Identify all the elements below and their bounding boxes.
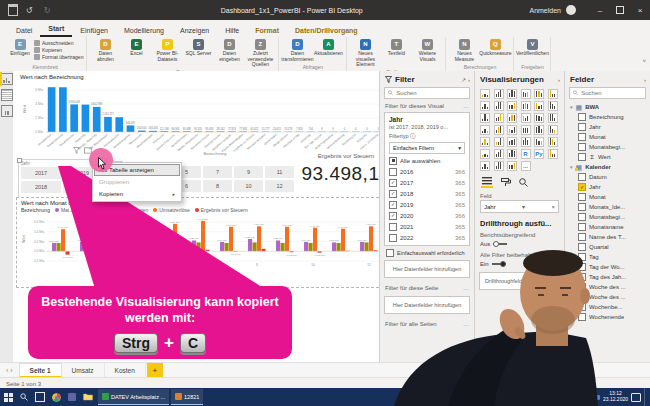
visual-type-[interactable]: ... (521, 161, 531, 171)
menu-tab-modellierung[interactable]: Modellierung (116, 24, 172, 37)
bar-umsatzerl-se-m4[interactable] (145, 226, 149, 251)
ribbon-button-zuletzt-verwendete-quellen[interactable]: ZZuletzt verwendete Quellen (245, 38, 275, 68)
year-filter-card[interactable]: Jahr ist 2017, 2018, 2019 o... Filtertyp… (384, 112, 470, 246)
menu-tab-format[interactable]: Format (247, 24, 287, 37)
visual-type-icon[interactable] (534, 89, 544, 99)
visual-type-icon[interactable] (494, 137, 504, 147)
ribbon-button-sql-server[interactable]: SSQL Server (183, 38, 213, 57)
visual-type-icon[interactable] (507, 113, 517, 123)
bar-umsatzerl-se-m5[interactable] (173, 224, 177, 251)
visual-type-icon[interactable] (494, 149, 504, 159)
checkbox[interactable] (389, 168, 397, 176)
month-button-12[interactable]: 12 (265, 180, 294, 192)
checkbox[interactable] (578, 173, 586, 181)
visual-type-icon[interactable] (521, 101, 531, 111)
visual-type-icon[interactable] (548, 125, 558, 135)
format-tab[interactable] (501, 178, 511, 187)
cross-report-toggle[interactable] (493, 243, 507, 245)
section-more-icon[interactable]: … (463, 285, 469, 291)
visual-type-icon[interactable] (507, 137, 517, 147)
visual-type-icon[interactable] (507, 161, 517, 171)
checkbox[interactable] (578, 283, 586, 291)
bar-mat-wareneinkauf-m1[interactable] (52, 243, 56, 251)
tray-icon[interactable] (571, 395, 576, 400)
checkbox[interactable] (578, 193, 586, 201)
bar-umsatzerl-se-m7[interactable] (229, 227, 233, 251)
filter-option-2016[interactable]: 2016366 (389, 167, 465, 176)
maximize-button[interactable] (610, 0, 630, 20)
field-kalender-jahr[interactable]: ✓Jahr (565, 182, 650, 192)
checkbox[interactable] (389, 223, 397, 231)
visual-type-icon[interactable] (548, 113, 558, 123)
ribbon-button-weitere-visuals[interactable]: WWeitere Visuals (412, 38, 442, 62)
bar-mat-wareneinkauf-m10[interactable] (304, 242, 308, 251)
filter-search-input[interactable] (396, 90, 466, 96)
visual-type-icon[interactable] (534, 137, 544, 147)
task-view-button[interactable] (32, 388, 48, 406)
checkbox[interactable] (578, 303, 586, 311)
bar-mat-wareneinkauf-m3[interactable] (108, 240, 112, 251)
checkbox[interactable]: ✓ (389, 190, 397, 198)
field-bwa-monatsbegi[interactable]: Monatsbegi... (565, 142, 650, 152)
checkbox[interactable] (578, 233, 586, 241)
sign-in-button[interactable]: Anmelden (529, 7, 561, 14)
month-button-7[interactable]: 7 (203, 166, 232, 178)
bar-mat-wareneinkauf-m9[interactable] (276, 240, 280, 251)
bar-personalkosten-m6[interactable] (197, 242, 201, 251)
bar-mat-wareneinkauf-m12[interactable] (360, 242, 364, 251)
field-bwa-bezeichnung[interactable]: Bezeichnung (565, 112, 650, 122)
field-kalender-tag-des-jah[interactable]: Tag des Jah... (565, 272, 650, 282)
checkbox[interactable] (578, 113, 586, 121)
ribbon-button-daten-abrufen[interactable]: DDaten abrufen (90, 38, 120, 62)
section-more-icon[interactable]: … (463, 321, 469, 327)
ribbon-button-neues-measure[interactable]: NNeues Measure (449, 38, 479, 62)
bar-personalkosten-m12[interactable] (365, 242, 369, 251)
menu-tab-datei[interactable]: Datei (8, 24, 40, 37)
bar-mat-wareneinkauf-m4[interactable] (136, 239, 140, 251)
filter-option-2021[interactable]: 2021365 (389, 222, 465, 231)
teams-app-icon[interactable] (64, 388, 80, 406)
viz-pane-collapse-icon[interactable]: › (558, 77, 560, 83)
chrome-icon[interactable] (48, 388, 64, 406)
account-avatar[interactable] (566, 5, 576, 15)
tray-icon[interactable] (579, 395, 584, 400)
menu-tab-anzeigen[interactable]: Anzeigen (172, 24, 217, 37)
visual-type-icon[interactable] (480, 137, 490, 147)
table-kalender[interactable]: ▾▦Kalender (565, 162, 650, 172)
fields-tab[interactable] (481, 177, 493, 188)
field-kalender-monatsname[interactable]: Monatsname (565, 222, 650, 232)
data-view-button[interactable] (0, 87, 13, 103)
model-view-button[interactable] (0, 103, 13, 119)
filter-option-2019[interactable]: ✓2019365 (389, 200, 465, 209)
visual-type-icon[interactable] (521, 137, 531, 147)
field-kalender-monat[interactable]: Monat (565, 192, 650, 202)
bar-personalkosten-m10[interactable] (309, 243, 313, 251)
visual-type-icon[interactable] (480, 113, 490, 123)
checkbox[interactable] (578, 223, 586, 231)
bar-betriebl-rohertrag[interactable] (93, 107, 101, 132)
field-bwa-monat[interactable]: Monat (565, 132, 650, 142)
visual-type-icon[interactable] (521, 89, 531, 99)
visual-type-icon[interactable] (534, 113, 544, 123)
month-button-8[interactable]: 8 (203, 180, 232, 192)
filter-pane-collapse-icon[interactable]: ↗ › (461, 76, 470, 83)
field-kalender-tag[interactable]: Tag (565, 252, 650, 262)
visual-type-icon[interactable] (548, 137, 558, 147)
fields-search-input[interactable] (581, 90, 642, 96)
checkbox[interactable] (578, 153, 586, 161)
visual-type-icon[interactable] (507, 89, 517, 99)
ribbon-button-ausschneiden[interactable]: Ausschneiden (34, 40, 83, 46)
field-kalender-tag-der-wo[interactable]: Tag der Wo... (565, 262, 650, 272)
section-more-icon[interactable]: … (463, 103, 469, 109)
checkbox[interactable] (578, 123, 586, 131)
visual-type-icon[interactable] (480, 161, 490, 171)
context-menu-item-kopieren[interactable]: Kopieren▸ (94, 188, 180, 200)
ribbon-button-power-bi-datasets[interactable]: PPower BI-Datasets (152, 38, 182, 62)
hidden-icons-chevron[interactable]: ▴ (565, 394, 568, 400)
field-kalender-woche-des[interactable]: Woche des ... (565, 292, 650, 302)
checkbox[interactable] (578, 213, 586, 221)
checkbox[interactable] (578, 143, 586, 151)
menu-tab-daten-drillvorgang[interactable]: Daten/Drillvorgang (287, 24, 366, 37)
field-kalender-quartal[interactable]: Quartal (565, 242, 650, 252)
checkbox[interactable]: ✓ (389, 179, 397, 187)
